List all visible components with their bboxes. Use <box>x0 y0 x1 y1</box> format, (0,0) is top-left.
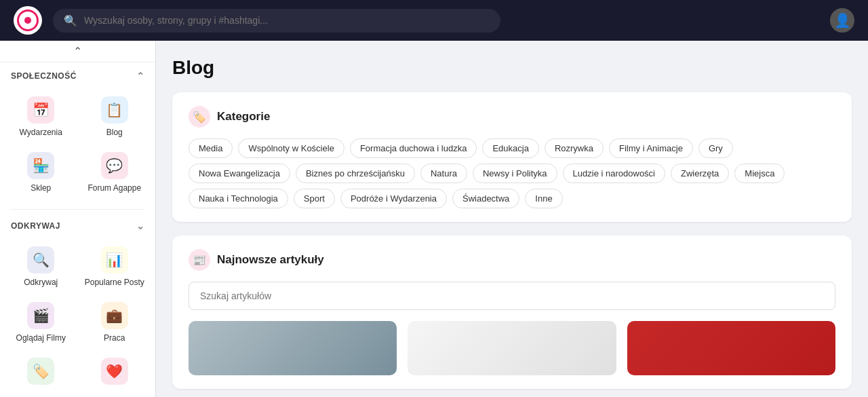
sidebar-item-praca[interactable]: 💼 Praca <box>79 295 151 348</box>
avatar-icon: 👤 <box>834 12 851 29</box>
kategorie-icon: 🏷️ <box>189 106 210 128</box>
sidebar-scroll-up[interactable]: ⌃ <box>0 41 155 62</box>
sidebar-odkrywaj-grid: 🔍 Odkrywaj 📊 Popularne Posty 🎬 Oglądaj F… <box>0 237 155 397</box>
sidebar-section-odkrywaj: ODKRYWAJ ⌄ <box>0 212 155 237</box>
blog-icon: 📋 <box>101 96 128 124</box>
sidebar-item-label: Wydarzenia <box>20 128 62 137</box>
articles-icon: 📰 <box>189 249 210 271</box>
tag-nauka[interactable]: Nauka i Technologia <box>189 189 288 208</box>
main-content: Blog 🏷️ Kategorie Media Wspólnoty w Kośc… <box>156 41 868 397</box>
tag-media[interactable]: Media <box>189 138 233 158</box>
tag-newsy[interactable]: Newsy i Polityka <box>473 164 557 183</box>
tag-edukacja[interactable]: Edukacja <box>482 138 538 158</box>
sidebar-item-label: Odkrywaj <box>24 278 58 287</box>
sidebar-item-label: Sklep <box>31 183 51 193</box>
sidebar-item-sklep[interactable]: 🏪 Sklep <box>5 145 77 198</box>
tag-ludzie[interactable]: Ludzie i narodowości <box>563 164 665 183</box>
tags-container: Media Wspólnoty w Kościele Formacja duch… <box>189 138 835 208</box>
sidebar-item-heart[interactable]: ❤️ <box>79 351 151 394</box>
page-title: Blog <box>172 57 852 79</box>
main-layout: ⌃ SPOŁECZNOŚĆ ⌃ 📅 Wydarzenia 📋 Blog 🏪 Sk… <box>0 41 868 397</box>
sidebar-item-label: Blog <box>106 128 123 137</box>
kategorie-card: 🏷️ Kategorie Media Wspólnoty w Kościele … <box>172 92 852 222</box>
heart-icon: ❤️ <box>101 358 128 385</box>
sidebar-item-tag[interactable]: 🏷️ <box>5 351 77 394</box>
tag-formacja[interactable]: Formacja duchowa i ludzka <box>350 138 477 158</box>
topnav: 🔍 👤 <box>0 0 868 41</box>
tag-inne[interactable]: Inne <box>525 189 562 208</box>
kategorie-title: 🏷️ Kategorie <box>189 106 835 128</box>
tag-miejsca[interactable]: Miejsca <box>734 164 785 183</box>
najnowsze-card: 📰 Najnowsze artykuły <box>172 235 852 389</box>
sidebar-item-odkrywaj[interactable]: 🔍 Odkrywaj <box>5 240 77 292</box>
sidebar-divider <box>11 209 144 210</box>
tag-sport[interactable]: Sport <box>294 189 335 208</box>
sidebar-item-label: Praca <box>104 333 125 343</box>
shop-icon: 🏪 <box>27 152 54 179</box>
article-thumb-3[interactable] <box>627 321 835 375</box>
tag-natura[interactable]: Natura <box>420 164 467 183</box>
tag-filmy[interactable]: Filmy i Animacje <box>609 138 693 158</box>
sidebar-item-ogladaj-filmy[interactable]: 🎬 Oglądaj Filmy <box>5 295 77 348</box>
sidebar-item-blog[interactable]: 📋 Blog <box>79 90 151 143</box>
sidebar-item-label: Oglądaj Filmy <box>16 333 66 343</box>
tag-wspolnoty[interactable]: Wspólnoty w Kościele <box>238 138 344 158</box>
article-thumb-2[interactable] <box>408 321 616 375</box>
tag-biznes[interactable]: Biznes po chrześcijańsku <box>296 164 415 183</box>
tag-nowa-ewangelizacja[interactable]: Nowa Ewangelizacja <box>189 164 290 183</box>
events-icon: 📅 <box>27 96 54 124</box>
discover-icon: 🔍 <box>27 246 54 273</box>
tag-swiadectwa[interactable]: Świadectwa <box>452 189 519 208</box>
chevron-down-icon: ⌄ <box>136 221 145 231</box>
articles-row <box>189 321 835 375</box>
sidebar-item-label: Forum Agappe <box>87 183 141 193</box>
sidebar-spolecznosc-grid: 📅 Wydarzenia 📋 Blog 🏪 Sklep 💬 Forum Agap… <box>0 87 155 206</box>
sidebar-item-wydarzenia[interactable]: 📅 Wydarzenia <box>5 90 77 143</box>
search-bar[interactable]: 🔍 <box>53 9 500 33</box>
tag-zwierzeta[interactable]: Zwierzęta <box>671 164 729 183</box>
tag-icon: 🏷️ <box>27 358 54 385</box>
tag-gry[interactable]: Gry <box>698 138 733 158</box>
search-input[interactable] <box>84 15 490 26</box>
popular-posts-icon: 📊 <box>101 246 128 273</box>
tag-podroze[interactable]: Podróże i Wydarzenia <box>340 189 447 208</box>
sidebar-item-forum-agappe[interactable]: 💬 Forum Agappe <box>79 145 151 198</box>
forum-icon: 💬 <box>101 152 128 179</box>
sidebar-section-spolecznosc: SPOŁECZNOŚĆ ⌃ <box>0 62 155 87</box>
article-search-input[interactable] <box>189 282 835 310</box>
sidebar: ⌃ SPOŁECZNOŚĆ ⌃ 📅 Wydarzenia 📋 Blog 🏪 Sk… <box>0 41 156 397</box>
chevron-up-icon: ⌃ <box>136 71 145 81</box>
avatar[interactable]: 👤 <box>830 8 854 33</box>
sidebar-item-label: Popularne Posty <box>85 278 144 287</box>
najnowsze-title: 📰 Najnowsze artykuły <box>189 249 835 271</box>
work-icon: 💼 <box>101 302 128 329</box>
sidebar-item-popularne-posty[interactable]: 📊 Popularne Posty <box>79 240 151 292</box>
tag-rozrywka[interactable]: Rozrywka <box>545 138 604 158</box>
movies-icon: 🎬 <box>27 302 54 329</box>
article-thumb-1[interactable] <box>189 321 397 375</box>
logo[interactable] <box>14 6 42 35</box>
search-icon: 🔍 <box>64 14 77 27</box>
